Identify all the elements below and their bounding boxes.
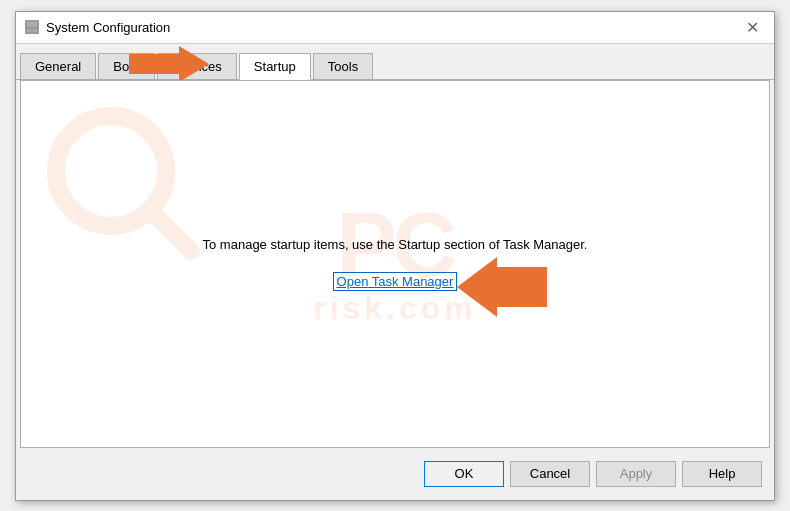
svg-point-5 <box>56 116 166 226</box>
window-title: System Configuration <box>46 20 738 35</box>
button-bar: OK Cancel Apply Help <box>16 448 774 500</box>
tab-boot[interactable]: Boot <box>98 53 155 79</box>
open-task-manager-link[interactable]: Open Task Manager <box>333 272 458 291</box>
tab-bar: General Boot Services Startup Tools <box>16 44 774 80</box>
arrow-annotation-link <box>457 257 547 317</box>
system-configuration-window: System Configuration ✕ General Boot Serv… <box>15 11 775 501</box>
apply-button[interactable]: Apply <box>596 461 676 487</box>
svg-line-6 <box>153 213 191 251</box>
magnifier-watermark <box>41 101 201 261</box>
tab-startup[interactable]: Startup <box>239 53 311 80</box>
ok-button[interactable]: OK <box>424 461 504 487</box>
svg-rect-1 <box>27 22 37 27</box>
tab-general[interactable]: General <box>20 53 96 79</box>
svg-marker-7 <box>457 257 547 317</box>
close-button[interactable]: ✕ <box>738 13 766 41</box>
content-area: PC risk.com To manage startup items, use… <box>20 80 770 448</box>
tab-tools[interactable]: Tools <box>313 53 373 79</box>
title-bar: System Configuration ✕ <box>16 12 774 44</box>
help-button[interactable]: Help <box>682 461 762 487</box>
window-icon <box>24 19 40 35</box>
svg-rect-3 <box>33 29 37 32</box>
cancel-button[interactable]: Cancel <box>510 461 590 487</box>
content-inner: To manage startup items, use the Startup… <box>203 237 588 291</box>
info-text: To manage startup items, use the Startup… <box>203 237 588 252</box>
svg-rect-2 <box>27 29 31 32</box>
tab-services[interactable]: Services <box>157 53 237 79</box>
